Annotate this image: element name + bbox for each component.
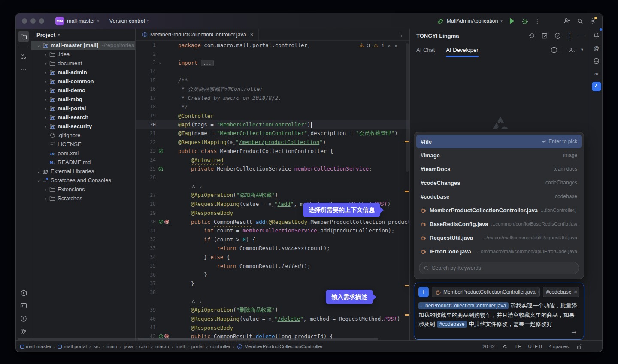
editor-options-button[interactable]: ⋮: [398, 31, 409, 38]
breadcrumb-item[interactable]: src: [93, 344, 100, 349]
picker-file-item[interactable]: RequestUtil.java.../macro/mall/common/ut…: [416, 231, 582, 244]
history-icon[interactable]: [528, 32, 535, 39]
tree-item[interactable]: LICENSE: [31, 140, 135, 149]
breadcrumb-item[interactable]: mall-master: [20, 344, 52, 349]
tab-ai-chat[interactable]: AI Chat: [416, 42, 435, 57]
new-session-button[interactable]: [551, 46, 557, 53]
add-user-button[interactable]: [563, 18, 570, 24]
tree-item[interactable]: .gitignore: [31, 131, 135, 140]
database-tool-button[interactable]: [590, 54, 603, 67]
help-icon[interactable]: ?: [554, 32, 561, 39]
breadcrumb-item[interactable]: macro: [155, 344, 169, 349]
hide-panel-button[interactable]: —: [579, 32, 586, 39]
bean-gutter-icon[interactable]: [158, 148, 164, 153]
chevron-collapsed-icon[interactable]: ›: [42, 106, 48, 111]
breadcrumb-item[interactable]: controller: [210, 344, 230, 349]
close-window-button[interactable]: [22, 18, 27, 24]
next-problem-button[interactable]: ∨: [394, 43, 397, 48]
chevron-collapsed-icon[interactable]: ›: [42, 79, 48, 84]
tree-item[interactable]: ›mall-admin: [31, 68, 135, 77]
close-tab-icon[interactable]: ✕: [250, 32, 254, 38]
send-button[interactable]: →: [570, 327, 578, 336]
chevron-collapsed-icon[interactable]: ›: [42, 97, 48, 102]
indent-widget[interactable]: 4 spaces: [549, 344, 569, 349]
lingma-input-box[interactable]: + MemberProductCollectionController.java…: [414, 283, 584, 340]
inline-context-chip[interactable]: #codebase: [437, 321, 467, 328]
chevron-expanded-icon[interactable]: ⌄: [36, 42, 42, 48]
chevron-expanded-icon[interactable]: ⌄: [36, 177, 42, 183]
prev-problem-button[interactable]: ∧: [388, 43, 391, 48]
zoom-window-button[interactable]: [39, 18, 44, 24]
picker-command-codeChanges[interactable]: #codeChangescodeChanges: [416, 176, 582, 190]
breadcrumb-item[interactable]: mall: [176, 344, 185, 349]
add-context-button[interactable]: +: [418, 287, 429, 297]
tab-ai-developer[interactable]: AI Developer: [446, 42, 478, 57]
tree-item[interactable]: ›mall-demo: [31, 86, 135, 95]
tree-item[interactable]: M↓README.md: [31, 158, 135, 167]
tree-item[interactable]: ›.idea: [31, 50, 135, 59]
inspections-widget[interactable]: ⚠3 ⚠1 ∧ ∨: [359, 42, 397, 48]
tree-item[interactable]: ⌄mall-master [mall]~/repositories: [31, 41, 135, 50]
fold-gutter-icon[interactable]: ›: [158, 60, 161, 66]
run-configuration-selector[interactable]: MallAdminApplication ▾: [437, 18, 503, 24]
remove-chip-icon[interactable]: ✕: [573, 289, 577, 295]
chevron-collapsed-icon[interactable]: ›: [42, 115, 48, 120]
window-controls[interactable]: [22, 18, 48, 24]
commit-tool-button[interactable]: [16, 50, 31, 63]
picker-command-image[interactable]: #imageimage: [416, 148, 582, 162]
services-tool-button[interactable]: [16, 286, 31, 299]
breadcrumb-item[interactable]: CMemberProductCollectionController: [237, 344, 322, 349]
new-chat-icon[interactable]: [541, 32, 548, 39]
run-button[interactable]: [509, 18, 515, 24]
git-tool-button[interactable]: [16, 325, 31, 338]
tree-item[interactable]: ›mall-mbg: [31, 95, 135, 104]
chevron-collapsed-icon[interactable]: ›: [42, 61, 48, 66]
more-tools-button[interactable]: ⋯: [16, 63, 31, 75]
chevron-down-icon[interactable]: ▼: [580, 48, 584, 52]
chevron-collapsed-icon[interactable]: ›: [42, 52, 48, 57]
chevron-collapsed-icon[interactable]: ›: [42, 70, 48, 75]
debug-button[interactable]: [521, 18, 528, 24]
chevron-collapsed-icon[interactable]: ›: [36, 169, 42, 174]
terminal-tool-button[interactable]: [16, 299, 31, 312]
inline-context-chip[interactable]: ...berProductCollectionController.java: [418, 302, 509, 309]
chevron-collapsed-icon[interactable]: ›: [42, 88, 48, 93]
search-input[interactable]: [432, 265, 574, 271]
tree-item[interactable]: ›mall-security: [31, 122, 135, 131]
minimize-window-button[interactable]: [30, 18, 36, 24]
beanarrow-gutter-icon[interactable]: [158, 166, 164, 171]
ai-assistant-tool-button[interactable]: @: [590, 42, 603, 54]
lingma-tool-button[interactable]: [590, 80, 603, 93]
chevron-collapsed-icon[interactable]: ›: [42, 196, 48, 201]
context-chip[interactable]: MemberProductCollectionController.java✕: [432, 287, 540, 297]
sessions-icon[interactable]: [568, 46, 575, 53]
tree-item[interactable]: ›Scratches: [31, 194, 135, 203]
editor-tab[interactable]: C MemberProductCollectionController.java…: [136, 29, 259, 40]
tree-item[interactable]: ›document: [31, 59, 135, 68]
tree-item[interactable]: ⌄Scratches and Consoles: [31, 176, 135, 185]
picker-search[interactable]: [419, 262, 579, 274]
unlock-icon[interactable]: [576, 343, 582, 350]
tree-item[interactable]: ›mall-portal: [31, 104, 135, 113]
more-actions-button[interactable]: ⋮: [534, 18, 540, 24]
tree-item[interactable]: ›mall-search: [31, 113, 135, 122]
tree-item[interactable]: ›External Libraries: [31, 167, 135, 176]
editor-vertical-scrollbar[interactable]: [406, 43, 409, 172]
breadcrumb-item[interactable]: java: [124, 344, 133, 349]
lingma-inline-action[interactable]: ˅: [136, 182, 409, 191]
message-input[interactable]: ...berProductCollectionController.java 帮…: [418, 301, 579, 329]
picker-file-item[interactable]: IErrorCode.java...om/macro/mall/common/a…: [416, 244, 582, 258]
mreq-gutter-icon[interactable]: m: [164, 219, 170, 225]
breadcrumb-item[interactable]: portal: [191, 344, 204, 349]
maven-tool-button[interactable]: m: [590, 67, 603, 80]
error-stripe-mark[interactable]: [405, 285, 409, 286]
chevron-collapsed-icon[interactable]: ›: [42, 187, 48, 192]
picker-file-item[interactable]: BaseRedisConfig.java...common/config/Bas…: [416, 217, 582, 231]
encoding-widget[interactable]: UTF-8: [528, 344, 542, 349]
tree-item[interactable]: ›Extensions: [31, 185, 135, 194]
notifications-button[interactable]: [590, 29, 603, 42]
tree-item[interactable]: mpom.xml: [31, 149, 135, 158]
project-selector[interactable]: mall-master▾: [67, 18, 99, 24]
context-chip[interactable]: #codebase✕: [543, 287, 579, 297]
lingma-status-icon[interactable]: [502, 343, 509, 350]
